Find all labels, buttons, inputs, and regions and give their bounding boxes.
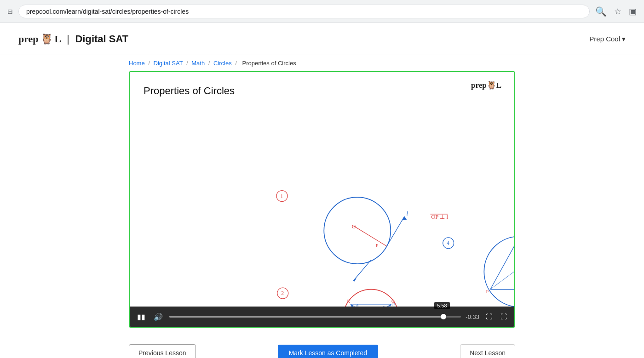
breadcrumb-digital-sat[interactable]: Digital SAT <box>154 60 183 67</box>
video-controls: ▮▮ 🔊 5:58 -0:33 ⛶ ⛶ <box>130 307 514 327</box>
volume-button[interactable]: 🔊 <box>152 311 165 323</box>
owl-icon: 🦉 <box>40 33 53 45</box>
svg-line-9 <box>353 260 371 281</box>
svg-text:2: 2 <box>281 290 284 296</box>
user-menu-label: Prep Cool <box>589 35 620 43</box>
breadcrumb-home[interactable]: Home <box>129 60 145 67</box>
breadcrumb-sep1: / <box>148 60 151 67</box>
extension-icon[interactable]: ▣ <box>629 6 637 17</box>
svg-text:P: P <box>376 243 379 248</box>
page-content: prep 🦉 L | Digital SAT Prep Cool ▾ Home … <box>0 23 644 358</box>
svg-text:4: 4 <box>447 240 449 246</box>
expand-button[interactable]: ⛶ <box>499 311 509 322</box>
progress-thumb <box>441 314 446 319</box>
svg-text:P: P <box>486 289 489 294</box>
address-text: prepcool.com/learn/digital-sat/circles/p… <box>26 8 189 15</box>
prev-lesson-button[interactable]: Previous Lesson <box>129 344 196 358</box>
logo-divider: | <box>67 33 69 45</box>
lesson-svg: 1 O P l <box>130 72 514 307</box>
video-wrapper: Properties of Circles prep🦉L 1 O P <box>129 71 515 328</box>
browser-controls: ⊟ <box>7 8 13 15</box>
breadcrumb-current: Properties of Circles <box>242 60 296 67</box>
svg-text:R: R <box>347 299 351 304</box>
lesson-nav: Previous Lesson Mark Lesson as Completed… <box>0 337 644 358</box>
svg-point-38 <box>484 236 514 307</box>
breadcrumb-sep3: / <box>208 60 212 67</box>
logo: prep 🦉 L | Digital SAT <box>18 33 128 45</box>
progress-bar[interactable]: 5:58 <box>169 316 461 318</box>
browser-icons: 🔍 ☆ ▣ <box>595 6 637 17</box>
svg-point-2 <box>324 197 391 264</box>
user-menu-button[interactable]: Prep Cool ▾ <box>589 35 626 43</box>
svg-text:OP ⊥ l: OP ⊥ l <box>431 214 448 220</box>
svg-text:l: l <box>406 210 408 217</box>
breadcrumb-sep4: / <box>235 60 238 67</box>
site-header: prep 🦉 L | Digital SAT Prep Cool ▾ <box>0 23 644 55</box>
svg-line-42 <box>490 268 514 290</box>
svg-text:1: 1 <box>281 193 283 199</box>
browser-bar: ⊟ prepcool.com/learn/digital-sat/circles… <box>0 0 644 23</box>
logo-area: prep 🦉 L | Digital SAT <box>18 33 128 45</box>
mark-complete-button[interactable]: Mark Lesson as Completed <box>278 345 378 358</box>
search-icon[interactable]: 🔍 <box>595 6 607 17</box>
time-label: -0:33 <box>466 313 479 320</box>
breadcrumb-sep2: / <box>186 60 190 67</box>
logo-cool: L <box>55 33 62 45</box>
chevron-down-icon: ▾ <box>622 35 626 43</box>
breadcrumb-math[interactable]: Math <box>191 60 205 67</box>
logo-prep: prep <box>18 33 39 45</box>
logo-subtitle: Digital SAT <box>75 33 128 45</box>
main-content: Properties of Circles prep🦉L 1 O P <box>0 71 644 337</box>
tab-controls-icon: ⊟ <box>7 8 13 15</box>
fullscreen-button[interactable]: ⛶ <box>484 311 494 322</box>
svg-line-5 <box>353 226 387 246</box>
svg-line-39 <box>490 237 514 289</box>
bookmark-icon[interactable]: ☆ <box>614 6 621 17</box>
address-bar[interactable]: prepcool.com/learn/digital-sat/circles/p… <box>18 5 590 18</box>
svg-text:P: P <box>392 302 395 307</box>
time-tooltip: 5:58 <box>434 302 449 309</box>
progress-fill <box>169 316 443 318</box>
play-pause-button[interactable]: ▮▮ <box>135 311 147 323</box>
ctrl-right-icons: -0:33 ⛶ ⛶ <box>466 311 509 322</box>
breadcrumb: Home / Digital SAT / Math / Circles / Pr… <box>0 55 644 71</box>
next-lesson-button[interactable]: Next Lesson <box>460 344 515 358</box>
svg-text:θ: θ <box>356 303 358 307</box>
breadcrumb-circles[interactable]: Circles <box>213 60 232 67</box>
video-area[interactable]: Properties of Circles prep🦉L 1 O P <box>130 72 514 307</box>
